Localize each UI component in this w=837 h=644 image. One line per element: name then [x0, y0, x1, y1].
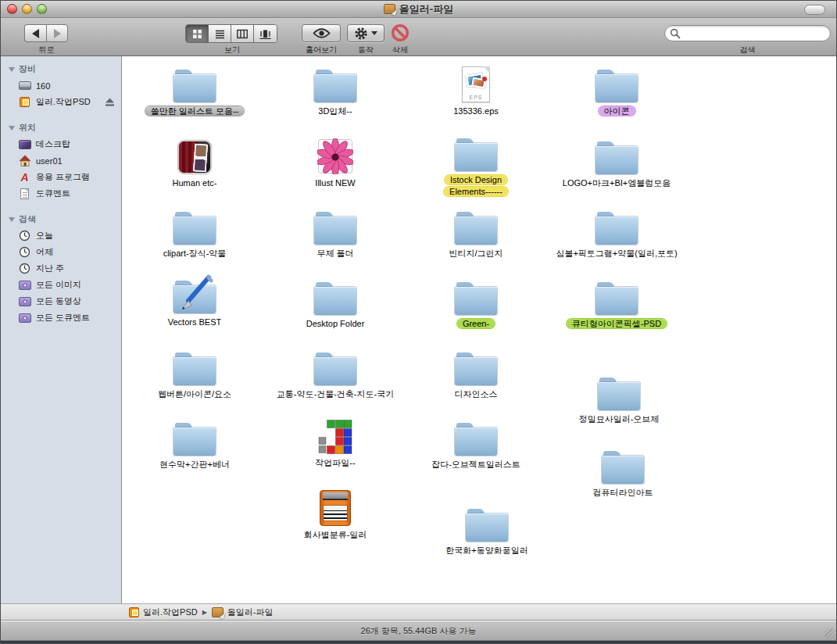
- forward-arrow-icon: [54, 29, 61, 38]
- disclosure-triangle-icon: [9, 67, 15, 72]
- file-item[interactable]: 쓸만한 일러스트 모음--: [127, 66, 262, 117]
- close-button[interactable]: [7, 4, 17, 14]
- sidebar-item-160[interactable]: 160: [1, 77, 121, 94]
- file-item[interactable]: Illust NEW: [268, 138, 402, 189]
- folder-icon: [173, 70, 216, 102]
- folder-icon: [314, 282, 356, 315]
- file-item[interactable]: Vectors BEST: [127, 277, 262, 328]
- file-item[interactable]: 웹버튼/아이콘/요소: [127, 349, 262, 400]
- toolbar-toggle-button[interactable]: [804, 5, 825, 15]
- sidebar-item-all-movies[interactable]: 모든 동영상: [1, 293, 121, 309]
- file-item[interactable]: EPS 135336.eps: [409, 66, 543, 117]
- window-folder-icon: [384, 4, 395, 14]
- file-label: 135336.eps: [453, 106, 499, 117]
- file-item[interactable]: Desktop Folder: [268, 279, 402, 330]
- sidebar-item-documents[interactable]: 도큐멘트: [1, 185, 121, 202]
- file-item[interactable]: 한국화+동양화풍일러: [420, 506, 554, 556]
- view-as-list-button[interactable]: [209, 25, 231, 42]
- action-button[interactable]: [347, 24, 385, 42]
- delete-label: 삭제: [383, 45, 417, 55]
- file-label: 심볼+픽토그램+약물(일러,포토): [556, 248, 677, 259]
- window-title: 올일러-파일: [399, 2, 453, 16]
- path-item-drive[interactable]: 일러.작업PSD: [129, 606, 198, 618]
- file-item[interactable]: 디자인소스: [409, 349, 543, 400]
- file-item[interactable]: 심볼+픽토그램+약물(일러,포토): [549, 209, 684, 259]
- folder-icon: [455, 138, 497, 171]
- view-as-icons-button[interactable]: [186, 25, 209, 42]
- sidebar-item-all-documents[interactable]: 모든 도큐멘트: [1, 309, 121, 326]
- eps-document-icon: EPS: [462, 66, 490, 102]
- folder-pen-icon: [173, 281, 216, 313]
- view-as-columns-button[interactable]: [231, 25, 254, 42]
- file-item[interactable]: LOGO+마크+BI+엠블럼모음: [549, 138, 684, 189]
- sidebar-item-label: 모든 이미지: [36, 279, 81, 291]
- icon-view-icon: [192, 29, 202, 39]
- folder-icon: [596, 212, 638, 245]
- sidebar-item-today[interactable]: 오늘: [1, 227, 121, 244]
- back-button[interactable]: [24, 24, 46, 42]
- file-label-green: 큐티형아이콘픽셀-PSD: [567, 319, 667, 328]
- folder-icon: [173, 423, 216, 456]
- section-header-places[interactable]: 위치: [1, 118, 121, 136]
- file-item[interactable]: 무제 폴더: [268, 209, 402, 259]
- sidebar-item-desktop[interactable]: 데스크탑: [1, 136, 121, 152]
- delete-button[interactable]: [391, 23, 410, 45]
- file-item[interactable]: 교통-약도-건물-건축-지도-국기: [268, 349, 402, 400]
- file-item[interactable]: 컴퓨터라인아트: [556, 448, 690, 499]
- folder-icon: [455, 352, 497, 385]
- section-header-search[interactable]: 검색: [1, 209, 121, 227]
- file-label-purple: 아이콘: [599, 106, 635, 116]
- file-item[interactable]: 3D입체--: [268, 66, 402, 117]
- sidebar-item-yesterday[interactable]: 어제: [1, 244, 121, 260]
- disclosure-triangle-icon: [9, 217, 15, 222]
- zoom-button[interactable]: [37, 4, 47, 14]
- search-input[interactable]: [664, 25, 831, 41]
- file-label: LOGO+마크+BI+엠블럼모음: [563, 177, 671, 189]
- file-browser-area[interactable]: 쓸만한 일러스트 모음-- 3D입체-- EPS 135336.eps 아이콘 …: [123, 56, 837, 603]
- eye-icon: [313, 27, 331, 39]
- minimize-button[interactable]: [22, 4, 32, 14]
- sidebar-item-work-psd-drive[interactable]: 일러.작업PSD: [1, 94, 121, 110]
- search-header-label: 검색: [19, 213, 36, 225]
- desktop-strip: [1, 641, 836, 644]
- section-header-devices[interactable]: 장비: [1, 59, 121, 77]
- file-item[interactable]: 작업파일--: [268, 418, 402, 469]
- file-item[interactable]: Human etc-: [127, 138, 262, 189]
- folder-icon: [598, 377, 640, 410]
- view-as-coverflow-button[interactable]: [254, 25, 277, 42]
- folder-badge-icon: [212, 607, 224, 617]
- folder-icon: [173, 352, 216, 385]
- folder-icon: [455, 423, 497, 456]
- file-item[interactable]: clipart-장식-약물: [127, 209, 262, 259]
- file-label: 디자인소스: [455, 388, 498, 400]
- sidebar-item-label: 일러.작업PSD: [36, 96, 91, 108]
- sidebar-item-home[interactable]: user01: [1, 152, 121, 169]
- sidebar-item-past-week[interactable]: 지난 주: [1, 260, 121, 277]
- file-item[interactable]: 현수막+간판+베너: [127, 420, 262, 470]
- file-label: Vectors BEST: [168, 317, 221, 328]
- file-label: 무제 폴더: [317, 248, 353, 259]
- eject-button[interactable]: [105, 98, 115, 109]
- file-item[interactable]: Green-: [409, 279, 543, 330]
- sidebar-item-label: 모든 동영상: [36, 295, 81, 307]
- sidebar-item-applications[interactable]: A 응용 프로그램: [1, 169, 121, 185]
- sidebar-item-all-images[interactable]: 모든 이미지: [1, 277, 121, 293]
- file-item[interactable]: 아이콘: [549, 66, 684, 117]
- file-item[interactable]: 큐티형아이콘픽셀-PSD: [549, 279, 684, 330]
- file-item[interactable]: 잡다-오브젝트일러스트: [409, 420, 543, 470]
- file-item[interactable]: 회사별분류-일러: [268, 490, 402, 541]
- file-item[interactable]: 정밀묘사일러-오브제: [552, 374, 686, 425]
- forward-button[interactable]: [46, 24, 68, 42]
- toolbar: 뒤로: [1, 18, 836, 56]
- path-item-label: 일러.작업PSD: [143, 606, 198, 618]
- path-item-current-folder[interactable]: 올일러-파일: [212, 606, 274, 618]
- file-item[interactable]: 빈티지/그런지: [409, 209, 543, 259]
- resize-grip[interactable]: [824, 628, 835, 639]
- file-item[interactable]: Istock Design Elements------: [409, 135, 543, 198]
- title-bar[interactable]: 올일러-파일: [1, 1, 836, 18]
- devices-header-label: 장비: [19, 63, 36, 75]
- folder-icon: [314, 70, 356, 102]
- quick-look-button[interactable]: [302, 24, 341, 42]
- sidebar-item-label: 응용 프로그램: [36, 171, 90, 183]
- file-label-green: Green-: [457, 319, 495, 328]
